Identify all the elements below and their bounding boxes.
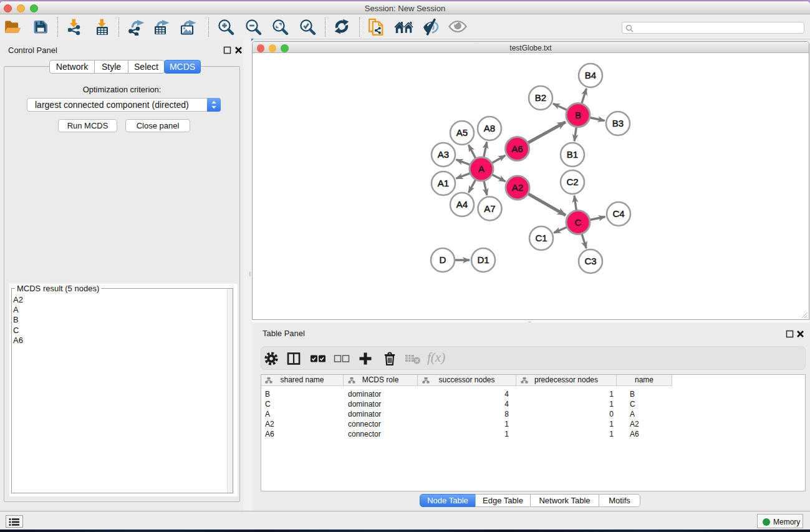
svg-text:A8: A8 xyxy=(484,123,495,133)
svg-text:B2: B2 xyxy=(535,92,546,103)
svg-text:A4: A4 xyxy=(456,199,468,210)
svg-text:A6: A6 xyxy=(511,143,523,154)
svg-text:C: C xyxy=(575,217,582,228)
svg-text:C4: C4 xyxy=(612,208,624,219)
svg-text:C1: C1 xyxy=(535,233,547,243)
svg-text:C2: C2 xyxy=(566,177,578,187)
svg-text:A: A xyxy=(478,163,485,174)
svg-text:C3: C3 xyxy=(584,256,596,266)
svg-text:A1: A1 xyxy=(438,178,449,188)
svg-text:D: D xyxy=(440,254,446,265)
svg-text:A3: A3 xyxy=(438,149,449,160)
svg-text:B: B xyxy=(575,110,581,120)
svg-text:A2: A2 xyxy=(512,182,523,193)
svg-text:A7: A7 xyxy=(484,203,495,214)
svg-text:D1: D1 xyxy=(477,254,489,265)
svg-text:B1: B1 xyxy=(567,149,578,160)
svg-text:A5: A5 xyxy=(456,127,468,138)
svg-text:B3: B3 xyxy=(612,118,624,128)
svg-text:B4: B4 xyxy=(585,70,596,80)
